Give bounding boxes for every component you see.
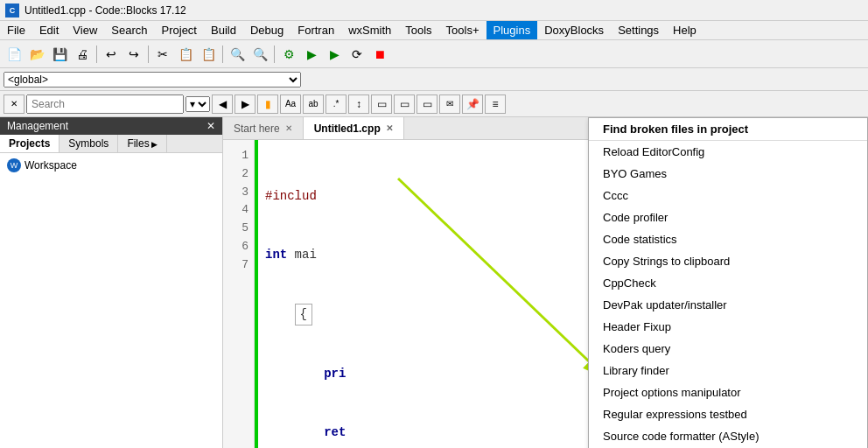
dd-regex-testbed[interactable]: Regular expressions testbed xyxy=(589,403,867,425)
menu-settings[interactable]: Settings xyxy=(611,21,666,39)
menu-fortran[interactable]: Fortran xyxy=(290,21,341,39)
open-btn[interactable]: 📂 xyxy=(26,44,47,65)
tb-sep-2 xyxy=(148,46,149,63)
tab-untitled1[interactable]: Untitled1.cpp ✕ xyxy=(304,117,404,139)
highlight-btn[interactable]: ▮ xyxy=(257,94,278,114)
whole-word-btn[interactable]: ab xyxy=(303,94,324,114)
tb-sep-4 xyxy=(274,46,275,63)
tab-start-here-label: Start here xyxy=(234,122,280,135)
line-numbers: 1 2 3 4 5 6 7 xyxy=(223,140,255,448)
regex-btn[interactable]: .* xyxy=(326,94,346,114)
tab-untitled1-label: Untitled1.cpp xyxy=(314,122,381,135)
app-icon: C xyxy=(5,4,19,18)
line-num-2: 2 xyxy=(228,165,248,184)
redo-btn[interactable]: ↪ xyxy=(123,44,144,65)
sidebar-tabs: Projects Symbols Files xyxy=(0,135,222,153)
new-file-btn[interactable]: 📄 xyxy=(4,44,24,65)
dd-code-statistics[interactable]: Code statistics xyxy=(589,228,867,250)
line-num-3: 3 xyxy=(228,184,248,202)
dd-reload-editorconfig[interactable]: Reload EditorConfig xyxy=(589,141,867,163)
select-btn[interactable]: ↕ xyxy=(348,94,369,114)
view-btn6[interactable]: ≡ xyxy=(485,94,506,114)
workspace-label: Workspace xyxy=(24,159,77,172)
tb-sep-1 xyxy=(96,46,97,63)
menu-project[interactable]: Project xyxy=(155,21,204,39)
print-btn[interactable]: 🖨 xyxy=(72,44,93,65)
menu-build[interactable]: Build xyxy=(204,21,243,39)
line-num-1: 1 xyxy=(228,147,248,165)
tb-sep-3 xyxy=(222,46,223,63)
view-btn3[interactable]: ▭ xyxy=(416,94,438,114)
dd-cppcheck[interactable]: CppCheck xyxy=(589,272,867,294)
dd-header-fixup[interactable]: Header Fixup xyxy=(589,316,867,338)
menu-tools-plus[interactable]: Tools+ xyxy=(439,21,486,39)
editor-area: Start here ✕ Untitled1.cpp ✕ 1 2 3 4 5 6… xyxy=(223,117,868,448)
dd-cccc[interactable]: Cccc xyxy=(589,185,867,206)
sidebar-content: W Workspace xyxy=(0,153,222,448)
dd-library-finder[interactable]: Library finder xyxy=(589,360,867,382)
sidebar-close-btn[interactable]: ✕ xyxy=(206,120,215,132)
tab-start-here-close[interactable]: ✕ xyxy=(285,123,292,133)
sidebar-title: Management xyxy=(7,120,68,132)
menu-tools[interactable]: Tools xyxy=(398,21,438,39)
sidebar: Management ✕ Projects Symbols Files W Wo… xyxy=(0,117,223,448)
menu-plugins[interactable]: Plugins xyxy=(486,21,538,39)
global-bar: <global> xyxy=(0,68,868,91)
clear-btn[interactable]: ✕ xyxy=(4,94,24,114)
paste-btn[interactable]: 📋 xyxy=(198,44,219,65)
menu-wxsmith[interactable]: wxSmith xyxy=(341,21,398,39)
workspace-item[interactable]: W Workspace xyxy=(4,157,219,174)
title-bar: C Untitled1.cpp - Code::Blocks 17.12 xyxy=(0,0,868,21)
replace-btn[interactable]: 🔍 xyxy=(249,44,270,65)
dd-code-profiler[interactable]: Code profiler xyxy=(589,206,867,228)
nav-bar: ✕ ▾ ◀ ▶ ▮ Aa ab .* ↕ ▭ ▭ ▭ ✉ 📌 ≡ xyxy=(0,91,868,117)
view-btn4[interactable]: ✉ xyxy=(439,94,460,114)
main-layout: Management ✕ Projects Symbols Files W Wo… xyxy=(0,117,868,448)
view-btn1[interactable]: ▭ xyxy=(371,94,392,114)
view-btn2[interactable]: ▭ xyxy=(394,94,415,114)
search-input[interactable] xyxy=(26,94,184,114)
run-btn[interactable]: ▶ xyxy=(301,44,322,65)
tab-projects[interactable]: Projects xyxy=(0,135,60,152)
menu-doxyblocks[interactable]: DoxyBlocks xyxy=(537,21,611,39)
tab-untitled1-close[interactable]: ✕ xyxy=(386,123,393,133)
menu-view[interactable]: View xyxy=(66,21,104,39)
sidebar-header: Management ✕ xyxy=(0,117,222,135)
find-btn[interactable]: 🔍 xyxy=(227,44,248,65)
menu-file[interactable]: File xyxy=(0,21,32,39)
workspace-icon: W xyxy=(7,158,21,172)
nav-forward-btn[interactable]: ▶ xyxy=(234,94,256,114)
copy-btn[interactable]: 📋 xyxy=(175,44,196,65)
dd-find-broken[interactable]: Find broken files in project xyxy=(589,118,867,141)
tab-symbols[interactable]: Symbols xyxy=(60,135,118,152)
match-case-btn[interactable]: Aa xyxy=(280,94,301,114)
nav-back-btn[interactable]: ◀ xyxy=(212,94,233,114)
menu-edit[interactable]: Edit xyxy=(32,21,66,39)
tab-start-here[interactable]: Start here ✕ xyxy=(223,117,304,139)
view-btn5[interactable]: 📌 xyxy=(462,94,483,114)
build-run-btn[interactable]: ▶ xyxy=(324,44,345,65)
build-btn[interactable]: ⚙ xyxy=(278,44,299,65)
save-btn[interactable]: 💾 xyxy=(49,44,70,65)
undo-btn[interactable]: ↩ xyxy=(101,44,122,65)
dd-koders[interactable]: Koders query xyxy=(589,338,867,360)
menu-debug[interactable]: Debug xyxy=(243,21,290,39)
line-num-4: 4 xyxy=(228,201,248,220)
dd-project-options[interactable]: Project options manipulator xyxy=(589,382,867,403)
dd-source-formatter[interactable]: Source code formatter (AStyle) xyxy=(589,425,867,447)
dd-byo-games[interactable]: BYO Games xyxy=(589,163,867,185)
global-scope-select[interactable]: <global> xyxy=(4,72,301,88)
line-num-6: 6 xyxy=(228,238,248,256)
dd-devpak[interactable]: DevPak updater/installer xyxy=(589,294,867,316)
menu-help[interactable]: Help xyxy=(666,21,704,39)
line-num-7: 7 xyxy=(228,256,248,275)
plugins-dropdown: Find broken files in project Reload Edit… xyxy=(588,117,868,448)
tab-files[interactable]: Files xyxy=(118,135,167,152)
cut-btn[interactable]: ✂ xyxy=(152,44,173,65)
dd-copy-strings[interactable]: Copy Strings to clipboard xyxy=(589,250,867,272)
window-title: Untitled1.cpp - Code::Blocks 17.12 xyxy=(24,4,186,17)
stop-btn[interactable]: ⏹ xyxy=(369,44,390,65)
search-options[interactable]: ▾ xyxy=(186,96,210,112)
menu-search[interactable]: Search xyxy=(104,21,154,39)
rebuild-btn[interactable]: ⟳ xyxy=(346,44,368,65)
